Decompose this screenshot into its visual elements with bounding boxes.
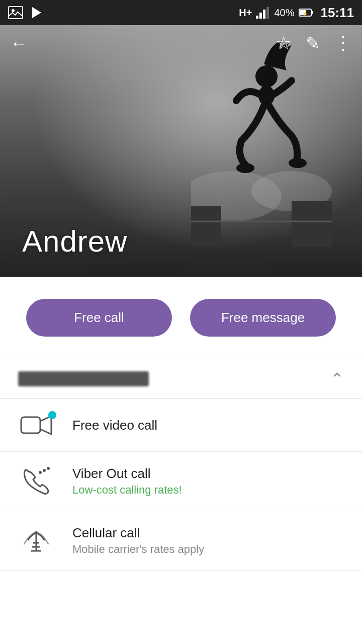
svg-rect-4 <box>259 13 262 19</box>
cellular-call-title: Cellular call <box>72 525 204 541</box>
free-message-button[interactable]: Free message <box>190 299 336 337</box>
favorite-button[interactable]: ☆ <box>276 33 292 54</box>
viber-out-call-option[interactable]: Viber Out call Low-cost calling rates! <box>0 452 362 511</box>
viber-out-call-subtitle: Low-cost calling rates! <box>72 484 182 497</box>
free-video-call-option[interactable]: Free video call <box>0 399 362 452</box>
viber-out-icon <box>21 466 51 497</box>
svg-rect-0 <box>9 7 23 19</box>
svg-rect-9 <box>311 11 313 14</box>
image-icon <box>8 6 23 19</box>
phone-number-blurred <box>18 371 149 386</box>
video-call-icon <box>20 413 52 437</box>
svg-point-1 <box>12 9 15 12</box>
svg-point-21 <box>39 471 42 474</box>
svg-rect-20 <box>21 417 40 433</box>
svg-point-18 <box>236 163 254 173</box>
svg-text:⚡: ⚡ <box>302 11 308 17</box>
call-options-list: Free video call Viber Out call Low-cost … <box>0 399 362 571</box>
network-type-label: H+ <box>239 7 252 19</box>
svg-rect-5 <box>263 10 265 19</box>
viber-out-call-title: Viber Out call <box>72 466 182 481</box>
battery-icon: ⚡ <box>299 8 314 18</box>
viber-out-icon-wrap <box>18 466 54 497</box>
back-button[interactable]: ← <box>10 33 28 54</box>
svg-point-23 <box>47 467 50 470</box>
online-dot <box>48 411 56 419</box>
cellular-call-text: Cellular call Mobile carrier's rates app… <box>72 525 204 556</box>
action-buttons-row: Free call Free message <box>0 277 362 359</box>
svg-point-22 <box>43 469 46 472</box>
edit-button[interactable]: ✎ <box>306 33 320 53</box>
hero-header: ← ☆ ✎ ⋮ Andrew <box>0 25 362 277</box>
svg-marker-2 <box>32 7 41 18</box>
battery-label: 40% <box>274 7 294 19</box>
collapse-button[interactable]: ⌃ <box>330 369 344 388</box>
free-call-button[interactable]: Free call <box>26 299 172 337</box>
more-button[interactable]: ⋮ <box>334 33 352 54</box>
phone-number-section[interactable]: ⌃ <box>0 359 362 399</box>
clock-label: 15:11 <box>321 5 354 21</box>
svg-rect-3 <box>256 16 258 19</box>
contact-silhouette <box>191 35 332 247</box>
svg-rect-14 <box>292 201 332 247</box>
hero-nav: ← ☆ ✎ ⋮ <box>0 25 362 61</box>
signal-icon <box>256 7 270 19</box>
cellular-call-option[interactable]: Cellular call Mobile carrier's rates app… <box>0 511 362 571</box>
video-call-icon-wrap <box>18 413 54 437</box>
cellular-call-subtitle: Mobile carrier's rates apply <box>72 543 204 556</box>
cellular-call-icon <box>21 526 51 556</box>
play-store-icon <box>30 6 43 19</box>
free-video-call-title: Free video call <box>72 418 157 433</box>
status-bar: H+ 40% ⚡ 15:11 <box>0 0 362 25</box>
contact-name: Andrew <box>22 224 127 259</box>
cellular-icon-wrap <box>18 526 54 556</box>
svg-rect-13 <box>191 206 221 247</box>
svg-point-17 <box>255 65 278 88</box>
free-video-call-text: Free video call <box>72 418 157 433</box>
svg-rect-6 <box>266 7 269 19</box>
viber-out-call-text: Viber Out call Low-cost calling rates! <box>72 466 182 497</box>
svg-point-19 <box>289 158 307 168</box>
